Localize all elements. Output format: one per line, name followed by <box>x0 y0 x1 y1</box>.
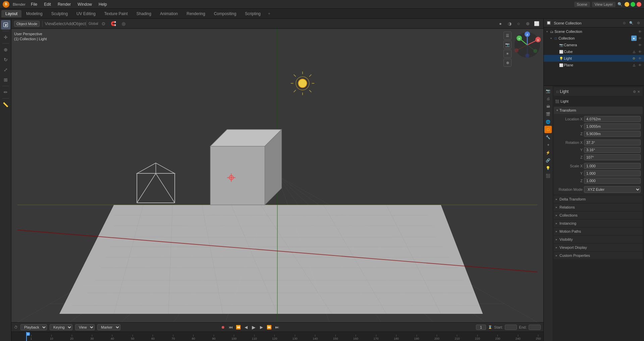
prop-tab-constraints[interactable]: 🔗 <box>544 157 552 164</box>
start-frame-input[interactable]: 1 <box>505 325 517 330</box>
scene-collection-arrow[interactable]: ▾ <box>545 30 549 34</box>
tool-select[interactable] <box>1 20 10 30</box>
cube-vis[interactable]: 👁 <box>637 49 643 54</box>
scale-z-value[interactable]: 1.000 <box>584 178 641 184</box>
maximize-button[interactable] <box>631 2 635 7</box>
viewport-collections-btn[interactable]: ☰ <box>503 32 512 40</box>
menu-file[interactable]: File <box>28 1 40 7</box>
global-transform-icon[interactable]: Global <box>89 20 97 28</box>
location-x-value[interactable]: 4.0762m <box>584 116 641 122</box>
tool-move[interactable]: ⊕ <box>1 45 10 54</box>
close-button[interactable] <box>637 2 641 7</box>
view-dropdown[interactable]: View <box>75 324 95 330</box>
outliner-item-light[interactable]: ▸ 💡 Light ⊙ 👁 <box>544 55 644 62</box>
viewport-shading-solid[interactable]: ● <box>496 20 504 28</box>
menu-help[interactable]: Help <box>96 1 110 7</box>
prop-tab-view-layer[interactable]: 🏔 <box>544 103 552 110</box>
next-frame-button[interactable]: ⏩ <box>266 324 273 331</box>
prop-tab-material[interactable]: ⬛ <box>544 172 552 179</box>
viewport-gizmo[interactable]: X Y Z <box>514 32 541 58</box>
light-vis[interactable]: 👁 <box>637 56 643 61</box>
tab-texture-paint[interactable]: Texture Paint <box>100 10 132 17</box>
collection-arrow[interactable]: ▾ <box>549 36 553 40</box>
tab-scripting[interactable]: Scripting <box>241 10 265 17</box>
viewport-camera-btn[interactable]: 📷 <box>503 41 512 49</box>
transform-pivot-icon[interactable]: ⊙ <box>99 20 107 28</box>
prop-tab-physics[interactable]: ⚡ <box>544 149 552 156</box>
menu-render[interactable]: Render <box>55 1 73 7</box>
viewport-display-section[interactable]: ▸ Viewport Display <box>554 244 643 251</box>
outliner-item-collection[interactable]: ▾ □ Collection ■ 👁 <box>544 35 644 42</box>
prop-tab-modifier[interactable]: 🔧 <box>544 133 552 141</box>
tab-shading[interactable]: Shading <box>132 10 155 17</box>
custom-properties-section[interactable]: ▸ Custom Properties <box>554 252 643 259</box>
minimize-button[interactable] <box>625 2 629 7</box>
object-mode-dropdown[interactable]: Object Mode <box>14 21 40 27</box>
jump-end-button[interactable]: ⏭ <box>274 324 280 331</box>
prop-tab-object[interactable]: □ <box>544 126 552 133</box>
outliner-search-icon[interactable]: 🔍 <box>628 20 634 26</box>
outliner-filter-icon[interactable]: ⊙ <box>621 20 627 26</box>
location-z-value[interactable]: 5.9039m <box>584 131 641 137</box>
prop-tab-particles[interactable]: ✦ <box>544 141 552 149</box>
prev-frame-button[interactable]: ⏪ <box>235 324 242 331</box>
add-menu[interactable]: Add <box>65 20 73 28</box>
scene-collection-vis[interactable]: 👁 <box>637 29 643 34</box>
search-icon[interactable]: 🔍 <box>618 2 623 7</box>
tool-transform[interactable]: ⊞ <box>1 75 10 84</box>
tool-rotate[interactable]: ↻ <box>1 55 10 64</box>
tab-layout[interactable]: Layout <box>1 10 21 17</box>
delta-transform-section[interactable]: ▸ Delta Transform <box>554 195 643 203</box>
collection-vis[interactable]: 👁 <box>637 36 643 41</box>
rotation-z-value[interactable]: 107° <box>584 154 641 160</box>
viewport-overlays[interactable]: ⊛ <box>524 20 532 28</box>
prop-header-settings[interactable]: ⚙ <box>633 90 636 94</box>
collections-section[interactable]: ▸ Collections <box>554 212 643 219</box>
outliner-item-cube[interactable]: ▸ ⬜ Cube △ 👁 <box>544 48 644 55</box>
outliner-item-plane[interactable]: ▸ ⬜ Plane △ 👁 <box>544 62 644 68</box>
tab-animation[interactable]: Animation <box>156 10 182 17</box>
prop-tab-world[interactable]: 🌐 <box>544 118 552 125</box>
relations-section[interactable]: ▸ Relations <box>554 204 643 211</box>
object-menu[interactable]: Object <box>75 20 84 28</box>
keying-dropdown[interactable]: Keying <box>50 324 72 330</box>
motion-paths-section[interactable]: ▸ Motion Paths <box>554 228 643 235</box>
tab-rendering[interactable]: Rendering <box>182 10 209 17</box>
instancing-section[interactable]: ▸ Instancing <box>554 220 643 227</box>
tab-uv-editing[interactable]: UV Editing <box>72 10 100 17</box>
tool-annotate[interactable]: ✏ <box>1 88 10 97</box>
view-menu[interactable]: View <box>45 20 53 28</box>
marker-dropdown[interactable]: Marker <box>97 324 120 330</box>
tab-modeling[interactable]: Modeling <box>22 10 47 17</box>
scene-selector[interactable]: Scene <box>574 2 590 7</box>
view-layer-selector[interactable]: View Layer <box>592 2 615 7</box>
visibility-section[interactable]: ▸ Visibility <box>554 236 643 243</box>
outliner-settings-icon[interactable]: ⚙ <box>635 20 641 26</box>
viewport-shading-rendered[interactable]: ○ <box>515 20 523 28</box>
outliner-item-camera[interactable]: ▸ 📷 Camera 👁 <box>544 42 644 48</box>
proportional-edit-icon[interactable]: ◎ <box>119 20 127 28</box>
select-menu[interactable]: Select <box>55 20 63 28</box>
menu-edit[interactable]: Edit <box>41 1 54 7</box>
next-keyframe-button[interactable]: ▶ <box>258 324 265 331</box>
transform-header[interactable]: ▾ Transform <box>554 107 643 114</box>
prop-tab-render[interactable]: 📷 <box>544 87 552 95</box>
viewport-xray[interactable]: ⬜ <box>533 20 541 28</box>
outliner-content[interactable]: ▾ 🗂 Scene Collection 👁 ▾ □ Collection ■ … <box>544 27 644 86</box>
scale-x-value[interactable]: 1.000 <box>584 163 641 169</box>
prop-tab-output[interactable]: 🖨 <box>544 95 552 102</box>
plane-vis[interactable]: 👁 <box>637 62 643 68</box>
viewport-3d[interactable]: User Perspective (1) Collection | Light … <box>11 29 543 322</box>
record-button[interactable]: ⏺ <box>220 324 226 331</box>
jump-start-button[interactable]: ⏮ <box>227 324 234 331</box>
current-frame-input[interactable] <box>476 325 486 330</box>
tab-sculpting[interactable]: Sculpting <box>47 10 72 17</box>
prev-keyframe-button[interactable]: ◀ <box>243 324 250 331</box>
outliner-item-scene-collection[interactable]: ▾ 🗂 Scene Collection 👁 <box>544 28 644 35</box>
camera-vis[interactable]: 👁 <box>637 42 643 48</box>
playback-dropdown[interactable]: Playback <box>20 324 47 330</box>
viewport-gizmo-btn[interactable]: ⊕ <box>503 59 512 67</box>
timeline-icon[interactable]: ⏱ <box>14 325 18 329</box>
play-button[interactable]: ▶ <box>251 324 257 331</box>
menu-window[interactable]: Window <box>75 1 95 7</box>
